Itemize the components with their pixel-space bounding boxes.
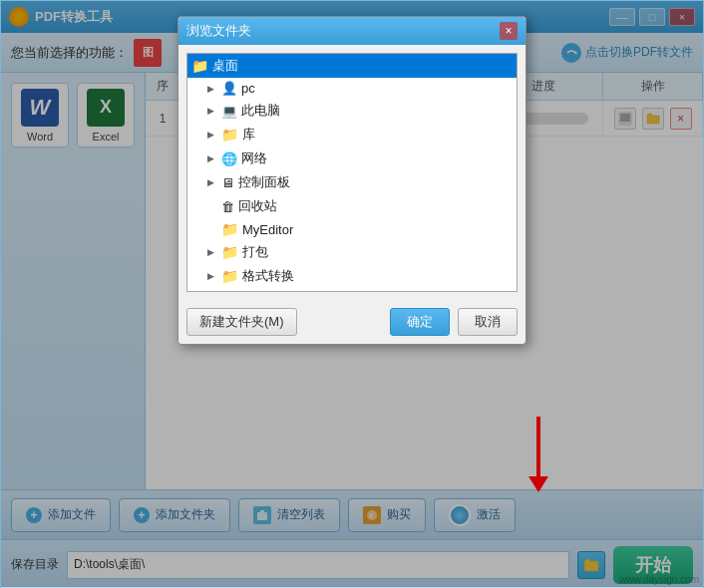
- chevron-library: ▶: [207, 130, 217, 140]
- folder-icon-pack: 📁: [221, 244, 238, 260]
- tree-item-mycomputer[interactable]: ▶ 💻 此电脑: [187, 99, 517, 123]
- arrow-head: [528, 476, 548, 492]
- tree-item-screenshot[interactable]: 📁 截图: [187, 288, 517, 292]
- tree-item-desktop-label: 桌面: [212, 57, 238, 75]
- tree-item-screenshot-label: 截图: [242, 291, 268, 292]
- chevron-network: ▶: [207, 153, 217, 163]
- chevron-convert: ▶: [207, 271, 217, 281]
- tree-item-myeditor[interactable]: 📁 MyEditor: [187, 218, 517, 240]
- tree-item-library-label: 库: [242, 126, 255, 144]
- tree-item-convert[interactable]: ▶ 📁 格式转换: [187, 264, 517, 288]
- computer-icon: 💻: [221, 104, 237, 119]
- arrow-body: [536, 417, 540, 476]
- dialog-buttons: 新建文件夹(M) 确定 取消: [178, 300, 526, 344]
- dialog-title-bar: 浏览文件夹 ×: [178, 17, 526, 45]
- red-arrow-indicator: [528, 417, 548, 492]
- dialog-title: 浏览文件夹: [186, 22, 251, 40]
- dialog-content: 📁 桌面 ▶ 👤 pc ▶ 💻 此电脑: [178, 45, 526, 300]
- chevron-mycomputer: ▶: [207, 106, 217, 116]
- folder-icon-convert: 📁: [221, 268, 238, 284]
- folder-icon-library: 📁: [221, 127, 238, 143]
- network-icon: 🌐: [221, 151, 237, 166]
- tree-item-recycle-label: 回收站: [238, 197, 277, 215]
- tree-item-mycomputer-label: 此电脑: [241, 102, 280, 120]
- recycle-icon: 🗑: [221, 199, 234, 214]
- chevron-pc: ▶: [207, 84, 217, 94]
- dialog-confirm-button[interactable]: 确定: [390, 308, 450, 336]
- tree-item-network[interactable]: ▶ 🌐 网络: [187, 147, 517, 170]
- browse-dialog: 浏览文件夹 × 📁 桌面 ▶ 👤 pc: [177, 16, 527, 345]
- tree-item-myeditor-label: MyEditor: [242, 222, 293, 237]
- tree-item-desktop[interactable]: 📁 桌面: [187, 54, 517, 78]
- folder-icon-myeditor: 📁: [221, 221, 238, 237]
- tree-item-controlpanel-label: 控制面板: [238, 173, 290, 191]
- dialog-close-button[interactable]: ×: [500, 22, 518, 40]
- chevron-pack: ▶: [207, 247, 217, 257]
- folder-icon-desktop: 📁: [191, 58, 208, 74]
- tree-item-pc-label: pc: [241, 81, 255, 96]
- tree-item-recycle[interactable]: 🗑 回收站: [187, 194, 517, 218]
- tree-item-pack-label: 打包: [242, 243, 268, 261]
- controlpanel-icon: 🖥: [221, 175, 234, 190]
- dialog-cancel-button[interactable]: 取消: [458, 308, 518, 336]
- tree-item-controlpanel[interactable]: ▶ 🖥 控制面板: [187, 170, 517, 194]
- dialog-confirm-cancel: 确定 取消: [390, 308, 518, 336]
- tree-item-pc[interactable]: ▶ 👤 pc: [187, 78, 517, 99]
- tree-item-convert-label: 格式转换: [242, 267, 294, 285]
- new-folder-button[interactable]: 新建文件夹(M): [186, 308, 297, 336]
- tree-item-pack[interactable]: ▶ 📁 打包: [187, 240, 517, 264]
- folder-tree[interactable]: 📁 桌面 ▶ 👤 pc ▶ 💻 此电脑: [186, 53, 518, 292]
- modal-overlay: 浏览文件夹 × 📁 桌面 ▶ 👤 pc: [1, 1, 703, 587]
- tree-item-library[interactable]: ▶ 📁 库: [187, 123, 517, 147]
- tree-item-network-label: 网络: [241, 149, 267, 167]
- chevron-controlpanel: ▶: [207, 177, 217, 187]
- app-window: PDF转换工具 — □ × 您当前选择的功能： 图 点击切换PDF转文件 W: [0, 0, 704, 588]
- pc-icon: 👤: [221, 81, 237, 96]
